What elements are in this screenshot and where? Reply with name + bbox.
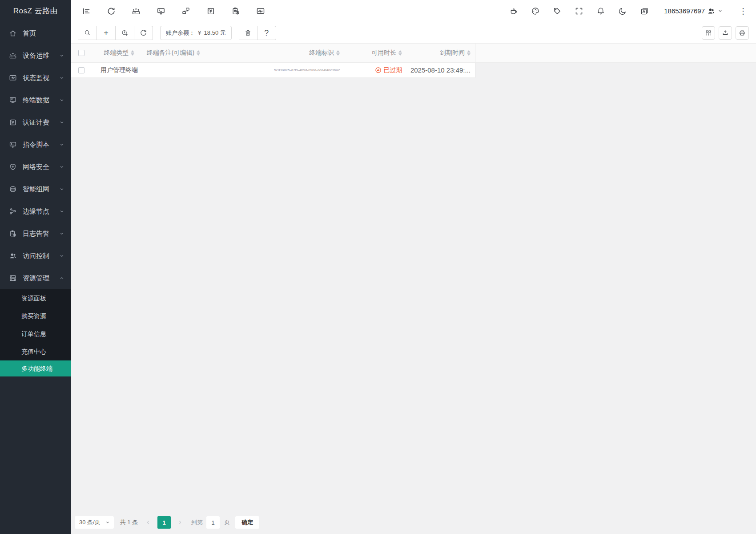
toolbar-button[interactable]: ? <box>257 26 276 40</box>
server-icon <box>9 274 17 282</box>
next-page-button[interactable] <box>174 516 186 529</box>
sidebar-item[interactable]: 设备运维 <box>0 44 71 67</box>
topbar-icon-button[interactable] <box>553 7 562 16</box>
topbar-icon-button[interactable] <box>618 7 627 16</box>
sort-icon[interactable] <box>467 50 470 56</box>
topbar-right-icons <box>509 7 649 16</box>
app-logo: RosZ 云路由 <box>0 0 71 22</box>
table-row[interactable]: 用户管理终端 5ed3a8e5-d7f9-4b9d-898d-ada4f48c3… <box>71 63 475 78</box>
row-checkbox[interactable] <box>78 67 84 73</box>
toolbar-button[interactable] <box>736 26 749 40</box>
sidebar-item[interactable]: 首页 <box>0 22 71 44</box>
topbar-icon-button[interactable] <box>206 7 215 16</box>
toolbar-button[interactable]: + <box>97 26 116 40</box>
script-icon <box>9 141 17 149</box>
toolbar-button[interactable] <box>702 26 715 40</box>
sidebar-item[interactable]: 日志告警 <box>0 222 71 245</box>
confirm-button[interactable]: 确定 <box>235 516 259 529</box>
column-header-label: 终端标识 <box>309 49 334 57</box>
page-size-value: 30 条/页 <box>79 518 101 526</box>
select-all-checkbox[interactable] <box>78 50 84 56</box>
goto-label: 到第 <box>191 518 203 526</box>
app-window: RosZ 云路由 首页 设备运维 状态监视 <box>0 0 756 534</box>
home-icon <box>9 29 17 37</box>
sort-icon[interactable] <box>131 50 134 56</box>
prev-page-button[interactable] <box>142 516 154 529</box>
sidebar-subitem[interactable]: 多功能终端 <box>0 360 71 376</box>
sidebar-item[interactable]: 资源管理 <box>0 267 71 289</box>
monitor-wave-icon <box>256 7 265 16</box>
sidebar-item[interactable]: 认证计费 <box>0 111 71 134</box>
chevron-down-icon <box>59 97 65 103</box>
chevron-left-icon <box>145 519 151 526</box>
topbar-icon-button[interactable] <box>640 7 649 16</box>
topbar-icon-button[interactable] <box>132 7 141 16</box>
plus-icon: + <box>102 29 110 36</box>
topbar-icon-button[interactable] <box>107 7 116 16</box>
topbar-icon-button[interactable] <box>596 7 605 16</box>
topbar-icon-button[interactable] <box>181 7 190 16</box>
sidebar-item[interactable]: 智能组网 <box>0 178 71 200</box>
sort-icon[interactable] <box>197 50 200 56</box>
sort-icon[interactable] <box>336 50 340 56</box>
sidebar-item[interactable]: 访问控制 <box>0 245 71 267</box>
sidebar-item-label: 网络安全 <box>23 163 59 171</box>
chevron-down-icon <box>59 119 65 125</box>
topbar-icon-button[interactable] <box>531 7 540 16</box>
sidebar-item[interactable]: 网络安全 <box>0 156 71 178</box>
expand-icon <box>575 7 583 16</box>
chevron-down-icon <box>59 231 65 237</box>
topbar-icon-button[interactable] <box>256 7 265 16</box>
chevron-down-icon <box>717 8 723 14</box>
clipboard-clock-icon <box>231 7 240 16</box>
column-header[interactable]: 终端备注(可编辑) <box>146 49 226 57</box>
topbar-icon-button[interactable] <box>82 7 91 16</box>
kebab-icon: ⋮ <box>739 7 747 16</box>
more-menu-button[interactable]: ⋮ <box>738 7 748 15</box>
clipboard-clock-icon <box>9 230 17 238</box>
chevron-down-icon <box>59 53 65 59</box>
user-menu[interactable]: 18653697697 <box>664 7 723 15</box>
column-header-label: 终端备注(可编辑) <box>147 49 194 57</box>
balance-label: 账户余额： <box>166 29 195 37</box>
sidebar-subitem[interactable]: 充值中心 <box>0 343 71 360</box>
toolbar-button[interactable] <box>116 26 134 40</box>
sidebar-item-label: 首页 <box>23 29 65 38</box>
empty-area <box>71 78 756 514</box>
sidebar-item[interactable]: 状态监视 <box>0 67 71 89</box>
page-size-select[interactable]: 30 条/页 <box>75 516 114 529</box>
sidebar-subitem[interactable]: 资源面板 <box>0 289 71 307</box>
page-number-active[interactable]: 1 <box>157 516 171 529</box>
column-header[interactable]: 可用时长 <box>340 49 402 57</box>
tag-icon <box>553 7 562 16</box>
user-group-icon <box>707 7 715 15</box>
topbar-icon-button[interactable] <box>231 7 240 16</box>
toolbar-button[interactable] <box>134 26 153 40</box>
search-icon <box>84 29 91 36</box>
column-header[interactable]: 终端标识 <box>226 49 340 57</box>
toolbar-button[interactable] <box>719 26 732 40</box>
goto-page-input[interactable] <box>206 516 220 529</box>
toolbar-button[interactable] <box>239 26 257 40</box>
chevron-down-icon <box>59 186 65 192</box>
status-badge: 已过期 <box>375 66 402 74</box>
sidebar-subitem[interactable]: 购买资源 <box>0 307 71 325</box>
sidebar-item[interactable]: 指令脚本 <box>0 134 71 156</box>
status-text: 已过期 <box>383 66 402 74</box>
goto-unit: 页 <box>224 518 230 526</box>
sidebar-item-label: 指令脚本 <box>23 141 59 149</box>
sidebar-item[interactable]: 终端数据 <box>0 89 71 111</box>
sidebar: RosZ 云路由 首页 设备运维 状态监视 <box>0 0 71 534</box>
column-header[interactable]: 到期时间 <box>402 49 475 57</box>
topbar-icon-button[interactable] <box>509 7 518 16</box>
column-header[interactable]: 终端类型 <box>92 49 146 57</box>
sidebar-item[interactable]: 边缘节点 <box>0 200 71 222</box>
clock-plus-icon <box>121 29 129 36</box>
topbar-icon-button[interactable] <box>157 7 165 16</box>
toolbar-button[interactable] <box>78 26 97 40</box>
sort-icon[interactable] <box>398 50 402 56</box>
topbar-icon-button[interactable] <box>575 7 583 16</box>
sidebar-subitem-label: 购买资源 <box>21 312 46 320</box>
sidebar-subitem[interactable]: 订单信息 <box>0 325 71 343</box>
sidebar-subitem-label: 订单信息 <box>21 330 46 337</box>
